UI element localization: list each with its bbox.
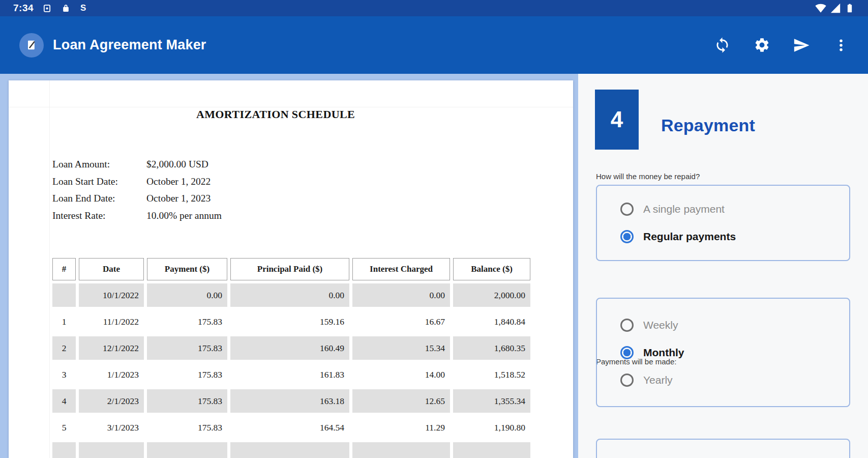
table-cell: 160.49 [230,336,349,360]
table-cell: 0.00 [230,283,349,307]
radio-selected-icon[interactable] [620,230,634,243]
app-title: Loan Agreement Maker [53,37,206,53]
table-row: 111/1/2022175.83159.1616.671,840.84 [52,310,530,333]
table-cell [147,442,227,458]
table-cell: 164.54 [230,416,349,439]
radio-option[interactable]: Regular payments [620,230,849,243]
table-header-cell: Interest Charged [352,258,450,280]
table-cell: 3 [52,363,76,386]
wifi-icon [815,3,826,14]
table-cell [453,442,530,458]
table-cell: 14.00 [352,363,450,386]
radio-unselected-icon[interactable] [620,374,634,387]
document-page[interactable]: AMORTIZATION SCHEDULE Loan Amount:$2,000… [9,80,573,458]
table-row: 53/1/2023175.83164.5411.291,190.80 [52,416,530,439]
radio-option[interactable]: Weekly [620,319,849,332]
s-icon: S [80,3,86,13]
send-button[interactable] [793,37,810,54]
table-header-cell: # [52,258,76,280]
table-cell: 1,518.52 [453,363,530,386]
table-header-row: #DatePayment ($)Principal Paid ($)Intere… [52,258,530,280]
table-header-cell: Balance ($) [453,258,530,280]
detail-value: 10.00% per annum [146,210,222,221]
overflow-menu-button[interactable] [832,37,850,54]
amortization-table: #DatePayment ($)Principal Paid ($)Intere… [49,255,533,458]
radio-option[interactable]: Yearly [620,374,849,387]
table-header-cell: Date [79,258,144,280]
table-cell: 175.83 [147,416,227,439]
table-cell: 1 [52,310,76,333]
table-cell: 175.83 [147,336,227,360]
document-preview: AMORTIZATION SCHEDULE Loan Amount:$2,000… [0,74,578,458]
table-cell: 175.83 [147,310,227,333]
screenshot-icon [43,4,51,13]
radio-option-label: Weekly [643,319,678,331]
repayment-panel: 4 Repayment How will the money be repaid… [578,74,868,458]
status-bar: 7:34 S [0,0,868,16]
step-number: 4 [611,107,623,132]
first-payment-field[interactable] [596,439,850,458]
table-cell: 161.83 [230,363,349,386]
table-cell: 2 [52,336,76,360]
radio-group-repayment-type: A single paymentRegular payments [596,185,850,261]
table-cell: 4 [52,389,76,413]
radio-unselected-icon[interactable] [620,319,634,332]
table-cell: 175.83 [147,389,227,413]
radio-group-payment-frequency: WeeklyMonthlyYearly [596,298,850,407]
table-cell [352,442,450,458]
table-cell: 16.67 [352,310,450,333]
table-cell: 10/1/2022 [79,283,144,307]
sync-button[interactable] [713,37,731,54]
table-cell: 15.34 [352,336,450,360]
table-cell: 12/1/2022 [79,336,144,360]
status-time: 7:34 [13,3,34,14]
table-cell: 3/1/2023 [79,416,144,439]
table-header-cell: Principal Paid ($) [230,258,349,280]
radio-option-label: Yearly [643,374,673,386]
table-cell: 2,000.00 [453,283,530,307]
loan-details: Loan Amount:$2,000.00 USDLoan Start Date… [52,156,222,224]
detail-label: Loan Amount: [52,156,146,173]
detail-label: Interest Rate: [52,207,146,224]
table-cell: 1,190.80 [453,416,530,439]
table-row: 42/1/2023175.83163.1812.651,355.34 [52,389,530,413]
table-cell: 1/1/2023 [79,363,144,386]
settings-button[interactable] [753,37,770,54]
table-cell: 163.18 [230,389,349,413]
app-logo-icon [19,33,44,58]
margin-guide-horizontal [9,107,573,107]
battery-icon [845,3,855,14]
radio-option-label: Regular payments [643,231,736,243]
table-cell: 5 [52,416,76,439]
table-cell: 11.29 [352,416,450,439]
table-head: #DatePayment ($)Principal Paid ($)Intere… [52,258,530,280]
table-cell: 0.00 [352,283,450,307]
table-cell [230,442,349,458]
table-row: 31/1/2023175.83161.8314.001,518.52 [52,363,530,386]
detail-value: $2,000.00 USD [146,159,208,169]
bag-icon [62,4,70,13]
cellular-signal-icon [830,3,841,14]
radio-unselected-icon[interactable] [620,203,634,216]
document-title: AMORTIZATION SCHEDULE [49,108,502,121]
table-cell: 175.83 [147,363,227,386]
table-cell [52,283,76,307]
table-cell: 12.65 [352,389,450,413]
step-number-badge: 4 [595,90,639,150]
table-row-partial [52,442,530,458]
radio-option-label: Monthly [643,347,684,359]
table-cell: 11/1/2022 [79,310,144,333]
radio-selected-icon[interactable] [620,346,634,359]
detail-value: October 1, 2023 [146,193,211,204]
table-row: 10/1/20220.000.000.002,000.00 [52,283,530,307]
table-row: 212/1/2022175.83160.4915.341,680.35 [52,336,530,360]
app-bar: Loan Agreement Maker [0,16,868,74]
table-cell: 159.16 [230,310,349,333]
detail-value: October 1, 2022 [146,176,211,187]
table-cell: 2/1/2023 [79,389,144,413]
radio-option[interactable]: Monthly [620,346,849,359]
table-cell: 0.00 [147,283,227,307]
radio-option[interactable]: A single payment [620,203,849,216]
detail-row: Loan Amount:$2,000.00 USD [52,156,222,173]
table-cell: 1,840.84 [453,310,530,333]
